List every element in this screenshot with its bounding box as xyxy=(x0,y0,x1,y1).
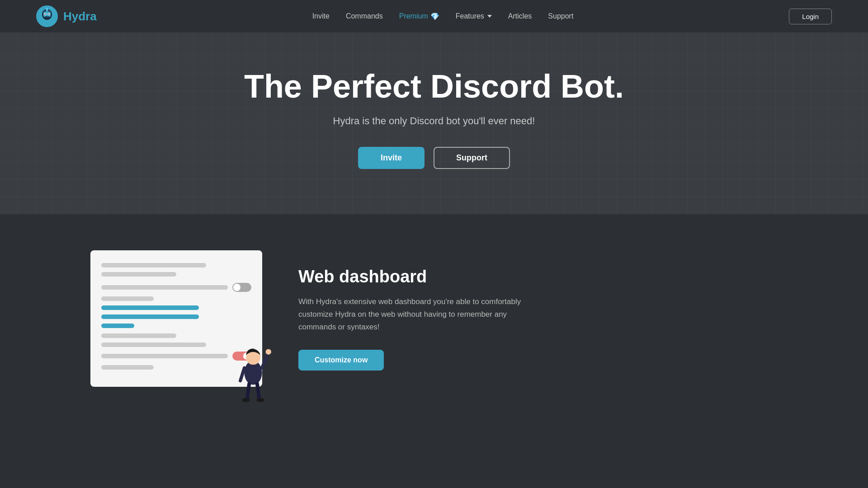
nav-item-support[interactable]: Support xyxy=(548,12,573,20)
illus-toggle-row-1 xyxy=(101,283,251,292)
hero-title: The Perfect Discord Bot. xyxy=(244,69,624,104)
brand-name: Hydra xyxy=(63,9,97,23)
svg-point-10 xyxy=(46,8,48,10)
svg-line-17 xyxy=(257,384,259,399)
hero-buttons: Invite Support xyxy=(358,147,510,169)
illus-toggle-row-2 xyxy=(101,352,251,361)
nav-link-support[interactable]: Support xyxy=(548,12,573,20)
svg-line-16 xyxy=(247,384,249,399)
nav-link-features[interactable]: Features xyxy=(456,12,492,20)
chevron-down-icon xyxy=(487,15,492,18)
nav-link-commands[interactable]: Commands xyxy=(346,12,383,20)
feature-description: With Hydra's extensive web dashboard you… xyxy=(298,296,524,333)
illus-toggle-label-2 xyxy=(101,354,228,358)
illus-line-3 xyxy=(101,296,154,301)
login-button[interactable]: Login xyxy=(789,9,832,24)
nav-item-features[interactable]: Features xyxy=(456,12,492,20)
hero-section: The Perfect Discord Bot. Hydra is the on… xyxy=(0,33,868,214)
invite-button[interactable]: Invite xyxy=(358,147,425,169)
illus-line-2 xyxy=(101,272,176,277)
person-illustration xyxy=(231,333,276,405)
svg-line-15 xyxy=(241,368,245,380)
feature-text: Web dashboard With Hydra's extensive web… xyxy=(298,267,778,371)
support-button[interactable]: Support xyxy=(434,147,510,169)
nav-link-premium[interactable]: Premium 💎 xyxy=(399,12,439,21)
features-section: Web dashboard With Hydra's extensive web… xyxy=(0,214,868,423)
illus-line-teal-3 xyxy=(101,324,134,328)
svg-point-7 xyxy=(48,14,49,14)
dashboard-illustration xyxy=(90,250,262,387)
illus-line-teal-2 xyxy=(101,314,199,319)
illus-toggle-1 xyxy=(232,283,251,292)
illus-line-5 xyxy=(101,343,206,347)
illus-line-6 xyxy=(101,365,154,370)
brand-link[interactable]: Hydra xyxy=(36,5,97,27)
nav-item-commands[interactable]: Commands xyxy=(346,12,383,20)
nav-link-invite[interactable]: Invite xyxy=(312,12,330,20)
illus-toggle-label-1 xyxy=(101,285,228,290)
hero-subtitle: Hydra is the only Discord bot you'll eve… xyxy=(333,115,535,127)
navbar: Hydra Invite Commands Premium 💎 Features… xyxy=(0,0,868,33)
nav-links: Invite Commands Premium 💎 Features Artic… xyxy=(312,12,574,21)
svg-point-6 xyxy=(45,14,46,14)
nav-item-premium[interactable]: Premium 💎 xyxy=(399,12,439,21)
nav-link-articles[interactable]: Articles xyxy=(508,12,532,20)
hydra-logo xyxy=(36,5,58,27)
nav-item-invite[interactable]: Invite xyxy=(312,12,330,20)
svg-line-13 xyxy=(262,353,269,368)
customize-now-button[interactable]: Customize now xyxy=(298,350,384,371)
diamond-icon: 💎 xyxy=(430,12,439,21)
illus-line-teal-1 xyxy=(101,305,199,310)
svg-point-19 xyxy=(256,398,264,402)
illus-line-1 xyxy=(101,263,206,267)
feature-title: Web dashboard xyxy=(298,267,778,286)
nav-item-articles[interactable]: Articles xyxy=(508,12,532,20)
svg-rect-8 xyxy=(45,16,49,18)
svg-point-18 xyxy=(242,398,250,402)
illus-line-4 xyxy=(101,333,176,338)
svg-point-14 xyxy=(266,349,271,355)
